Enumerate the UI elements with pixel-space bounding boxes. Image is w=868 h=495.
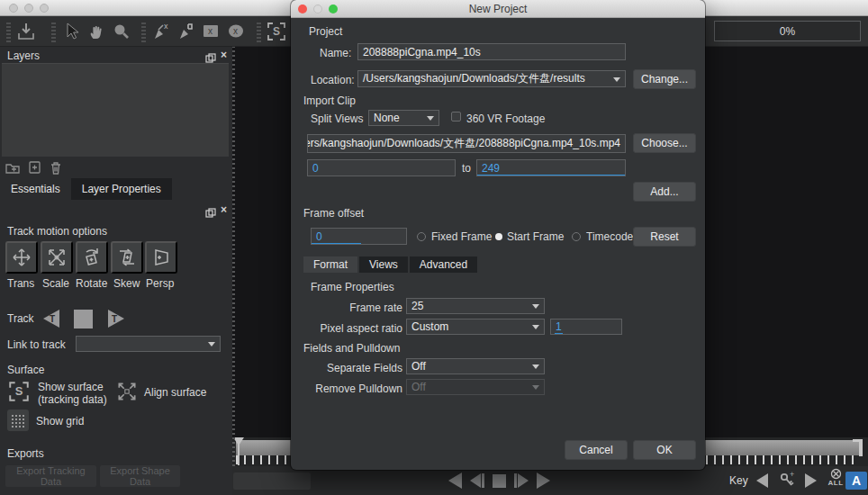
frame-offset-field[interactable]: 0 <box>311 228 407 245</box>
ellipse-shape-icon[interactable]: x <box>225 20 249 43</box>
start-frame-radio-selected[interactable] <box>495 233 502 240</box>
select-cursor-icon[interactable] <box>59 20 83 43</box>
dialog-titlebar[interactable]: New Project <box>291 0 705 18</box>
add-bezier-pen-icon[interactable] <box>175 20 198 43</box>
track-stop-button[interactable] <box>74 310 93 328</box>
essentials-panel-header: × <box>0 203 232 218</box>
chevron-down-icon <box>532 364 539 369</box>
name-field[interactable]: 208888piCgna.mp4_10s <box>357 43 626 60</box>
change-button[interactable]: Change... <box>633 69 696 89</box>
toolbar-grip <box>257 21 261 42</box>
choose-button[interactable]: Choose... <box>633 133 696 153</box>
stop-button[interactable] <box>493 474 506 488</box>
layers-panel-title: Layers <box>7 50 40 62</box>
track-forward-button[interactable]: T <box>104 306 130 331</box>
motion-skew-button[interactable] <box>111 241 143 274</box>
rect-shape-icon[interactable]: x <box>200 20 223 43</box>
main-zoom-button[interactable] <box>40 4 49 13</box>
track-backward-button[interactable]: T <box>38 306 63 331</box>
zoom-magnifier-icon[interactable] <box>110 20 133 43</box>
motion-rotate-label: Rotate <box>76 277 107 290</box>
play-forward-button[interactable] <box>537 472 550 489</box>
main-minimize-button[interactable] <box>24 4 33 13</box>
step-forward-button[interactable] <box>514 473 529 488</box>
motion-persp-button[interactable] <box>145 241 177 274</box>
range-start-field[interactable]: 0 <box>307 159 456 176</box>
close-panel-icon[interactable]: × <box>221 203 227 216</box>
clear-all-keys-button[interactable]: ALL <box>826 468 845 493</box>
pixel-aspect-custom-value: 1 <box>556 320 562 333</box>
separate-fields-value: Off <box>411 360 426 373</box>
current-frame-field[interactable] <box>233 472 311 490</box>
save-icon[interactable] <box>14 20 38 43</box>
new-group-button[interactable] <box>4 160 22 175</box>
svg-text:x: x <box>233 26 238 36</box>
location-value: /Users/kangshaojun/Downloads/文件盘/results <box>363 71 585 86</box>
play-backward-button[interactable] <box>448 472 462 489</box>
timecode-radio[interactable] <box>572 232 581 241</box>
tab-essentials[interactable]: Essentials <box>0 178 71 200</box>
motion-rotate-button[interactable] <box>76 241 108 274</box>
main-close-button[interactable] <box>9 4 18 13</box>
delete-layer-button[interactable] <box>47 160 65 175</box>
close-panel-icon[interactable]: × <box>221 49 227 61</box>
track-forward-icon: T <box>104 306 130 331</box>
export-tracking-data-button[interactable]: Export Tracking Data <box>5 465 96 487</box>
layers-list[interactable] <box>2 63 229 157</box>
separate-fields-label: Separate Fields <box>291 362 402 374</box>
panel-splitter[interactable] <box>232 47 235 466</box>
tab-layer-properties[interactable]: Layer Properties <box>71 178 172 200</box>
vr-footage-checkbox[interactable] <box>451 112 461 122</box>
surface-s-icon: S <box>7 380 31 403</box>
step-backward-button[interactable] <box>470 473 484 488</box>
add-xspline-pen-icon[interactable]: x <box>149 20 173 43</box>
show-grid-button[interactable] <box>7 410 29 431</box>
show-surface-button[interactable]: S <box>7 380 31 407</box>
align-surface-button[interactable] <box>115 380 139 407</box>
pixel-aspect-custom-field[interactable]: 1 <box>550 319 622 335</box>
split-views-label: Split Views <box>311 112 363 125</box>
split-views-dropdown[interactable]: None <box>368 110 439 126</box>
clip-path-field[interactable]: /Users/kangshaojun/Downloads/文件盘/208888p… <box>307 134 626 153</box>
tab-views[interactable]: Views <box>359 256 408 273</box>
range-to-label: to <box>462 162 471 175</box>
toolbar-grip <box>51 21 56 42</box>
scale-icon <box>46 247 68 268</box>
fields-section-label: Fields and Pulldown <box>303 342 400 355</box>
cancel-button[interactable]: Cancel <box>565 440 628 460</box>
autokey-toggle[interactable]: A <box>845 472 867 490</box>
tab-format[interactable]: Format <box>303 256 357 273</box>
ok-button[interactable]: OK <box>633 440 696 460</box>
svg-text:x: x <box>208 26 212 36</box>
separate-fields-dropdown[interactable]: Off <box>406 358 545 374</box>
new-layer-button[interactable] <box>25 160 43 175</box>
fixed-frame-radio[interactable] <box>417 232 426 241</box>
align-x-icon <box>115 380 139 403</box>
pan-hand-icon[interactable] <box>85 20 108 43</box>
next-keyframe-button[interactable] <box>805 473 817 488</box>
motion-trans-button[interactable] <box>5 241 38 274</box>
link-to-track-dropdown[interactable] <box>76 336 221 352</box>
toolbar-grip <box>6 21 11 42</box>
chevron-down-icon <box>208 342 215 346</box>
tab-advanced[interactable]: Advanced <box>410 256 477 273</box>
toolbar-grip <box>141 21 146 42</box>
show-surface-icon[interactable]: S <box>265 20 288 43</box>
reset-button[interactable]: Reset <box>633 227 696 247</box>
location-dropdown[interactable]: /Users/kangshaojun/Downloads/文件盘/results <box>357 70 626 87</box>
frame-rate-dropdown[interactable]: 25 <box>406 298 545 314</box>
range-end-field[interactable]: 249 <box>476 159 626 176</box>
add-keyframe-button[interactable]: + <box>778 470 798 495</box>
range-end-value: 249 <box>482 162 500 175</box>
float-panel-icon[interactable] <box>205 205 216 221</box>
motion-scale-button[interactable] <box>41 241 73 274</box>
export-shape-data-button[interactable]: Export Shape Data <box>100 465 180 487</box>
frame-offset-section-label: Frame offset <box>303 207 364 220</box>
pixel-aspect-dropdown[interactable]: Custom <box>406 319 545 335</box>
chevron-down-icon <box>532 304 539 309</box>
timecode-label: Timecode <box>586 230 633 243</box>
add-button[interactable]: Add... <box>633 182 696 202</box>
previous-keyframe-button[interactable] <box>756 473 768 488</box>
pixel-aspect-label: Pixel aspect ratio <box>291 322 402 335</box>
motion-trans-label: Trans <box>7 277 34 290</box>
